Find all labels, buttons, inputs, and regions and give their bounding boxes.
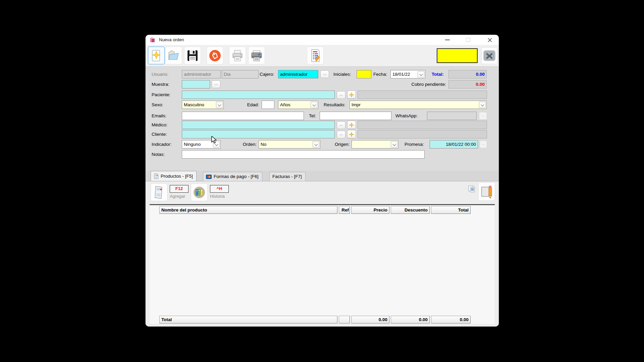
cajero-browse-button[interactable]: ... [320, 70, 329, 78]
chevron-down-icon[interactable] [479, 102, 486, 108]
edad-unit-dropdown[interactable]: Años [278, 101, 318, 109]
print-direct-icon [250, 49, 263, 62]
iniciales-label: Iniciales: [333, 70, 351, 79]
chevron-down-icon[interactable] [391, 141, 397, 147]
col-header-nombre[interactable]: Nombre del producto [159, 206, 337, 214]
historia-label: Historia [210, 194, 233, 199]
total-field: 0.00 [448, 70, 487, 78]
print-button[interactable] [229, 47, 246, 64]
cliente-browse-button[interactable]: ... [337, 131, 345, 138]
chevron-down-icon[interactable] [418, 71, 424, 77]
medico-info-field [358, 121, 487, 129]
notas-field[interactable] [182, 150, 425, 159]
chevron-down-icon[interactable] [313, 141, 319, 147]
origen-dropdown[interactable] [352, 140, 398, 148]
fecha-value: 18/01/22 [392, 72, 410, 77]
minimize-button[interactable] [440, 35, 455, 45]
footer-precio-cell: 0.00 [351, 316, 389, 323]
cajero-label: Cajero: [260, 70, 274, 79]
title-bar[interactable]: Nueva orden [146, 35, 499, 45]
paciente-new-button[interactable] [347, 90, 356, 99]
fecha-dropdown[interactable]: 18/01/22 [390, 70, 425, 78]
edad-field[interactable] [262, 101, 274, 109]
tel-field[interactable] [320, 112, 391, 120]
agregar-producto-icon [153, 185, 165, 199]
cajero-field[interactable]: administrador [278, 70, 318, 78]
edit-page-icon [480, 184, 493, 199]
order-notes-button[interactable] [307, 47, 324, 64]
cliente-info-field [358, 130, 487, 138]
medico-label: Médico: [152, 121, 167, 129]
iniciales-field[interactable] [357, 70, 371, 78]
close-icon [487, 38, 492, 43]
window-title: Nueva orden [159, 35, 184, 45]
tag-button[interactable] [207, 47, 223, 64]
tab-productos[interactable]: Productos - [F5] [151, 171, 197, 181]
status-color-box [437, 48, 478, 63]
emails-field[interactable] [182, 112, 304, 120]
historia-key-badge: ^H [210, 185, 229, 193]
total-label: Total: [432, 70, 444, 79]
usuario-field: administrador [182, 70, 221, 78]
bottom-tabs: Productos - [F5] Formas de pago - [F6] F… [146, 171, 499, 181]
maximize-button[interactable] [461, 35, 476, 45]
tab-formas-de-pago[interactable]: Formas de pago - [F6] [203, 172, 262, 181]
app-icon [150, 37, 156, 43]
tab-facturas[interactable]: Facturas - [F7] [269, 172, 306, 181]
agregar-key-badge: F12 [170, 185, 189, 193]
turno-field: Dia [222, 70, 259, 78]
open-folder-icon [167, 49, 180, 62]
open-order-button[interactable] [165, 47, 182, 64]
whatsapp-field [427, 112, 477, 120]
cliente-field[interactable] [182, 130, 335, 138]
medico-new-button[interactable] [347, 121, 356, 129]
exit-button[interactable] [481, 47, 497, 64]
col-header-descuento[interactable]: Descuento [391, 206, 430, 214]
indicador-value: Ninguno [184, 142, 201, 147]
paciente-field[interactable] [182, 90, 335, 99]
muestra-browse-button[interactable]: ... [212, 80, 220, 88]
chevron-down-icon[interactable] [216, 102, 223, 108]
star-icon [349, 122, 354, 128]
main-toolbar [146, 45, 499, 66]
chevron-down-icon[interactable] [311, 102, 317, 108]
historia-button[interactable] [191, 183, 208, 201]
credit-card-icon [206, 175, 212, 179]
edad-unit-value: Años [280, 102, 290, 107]
paciente-browse-button[interactable]: ... [337, 91, 345, 99]
historia-books-icon [193, 186, 206, 199]
new-order-button[interactable] [148, 47, 165, 64]
close-button[interactable] [482, 35, 497, 45]
orden-value: No [261, 142, 266, 147]
tel-label: Tel: [309, 112, 316, 120]
whatsapp-label: WhatsApp: [395, 112, 418, 120]
agregar-producto-button[interactable] [151, 183, 167, 201]
indicador-label: Indicador: [152, 140, 171, 149]
whatsapp-browse-button: ... [479, 112, 487, 120]
cobro-pendiente-label: Cobro pendiente: [386, 80, 446, 89]
usuario-label: Usuario: [152, 70, 168, 79]
promesa-browse-button: ... [480, 140, 487, 148]
copy-list-button[interactable] [467, 184, 476, 193]
agregar-label: Agregar [170, 194, 193, 199]
promesa-field[interactable]: 18/01/22 00:00 [430, 140, 478, 148]
sexo-label: Sexo: [152, 101, 163, 109]
medico-field[interactable] [182, 121, 335, 129]
editar-producto-button[interactable] [478, 182, 495, 201]
print-direct-button[interactable] [248, 47, 265, 64]
muestra-field[interactable] [182, 80, 210, 88]
col-header-total[interactable]: Total [431, 206, 471, 214]
products-table-body[interactable] [150, 205, 495, 324]
muestra-label: Muestra: [152, 80, 169, 89]
exit-icon [483, 49, 496, 62]
col-header-precio[interactable]: Precio [351, 206, 389, 214]
footer-total-label: Total [159, 316, 337, 323]
resultado-dropdown[interactable]: Impr [350, 101, 487, 109]
save-order-button[interactable] [184, 47, 201, 64]
fecha-label: Fecha: [373, 70, 387, 79]
cliente-new-button[interactable] [347, 130, 356, 138]
sexo-dropdown[interactable]: Masculino [182, 101, 224, 109]
medico-browse-button[interactable]: ... [337, 121, 345, 129]
col-header-ref[interactable]: Ref [339, 206, 350, 214]
orden-dropdown[interactable]: No [259, 140, 320, 148]
